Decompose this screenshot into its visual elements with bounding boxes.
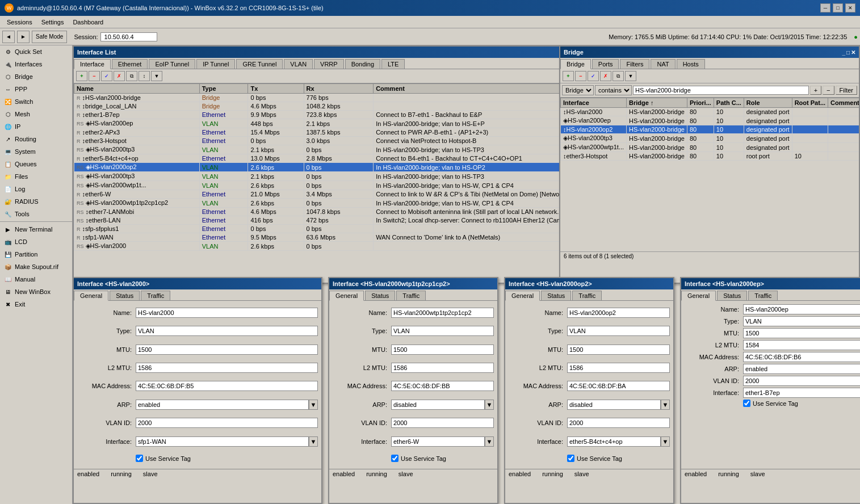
add-bridge-button[interactable]: + bbox=[563, 71, 574, 81]
mtu-input-4[interactable] bbox=[743, 328, 860, 338]
bridge-col-bridge[interactable]: Bridge ↑ bbox=[627, 98, 687, 108]
bridge-col-role[interactable]: Role bbox=[744, 98, 792, 108]
sidebar-item-newterminal[interactable]: ▶ New Terminal bbox=[0, 223, 72, 236]
iface-detail-4-tab-status[interactable]: Status bbox=[717, 291, 747, 300]
mac-input-4[interactable] bbox=[743, 352, 860, 362]
bridge-col-rootpath[interactable]: Root Pat... bbox=[792, 98, 828, 108]
table-row[interactable]: RS ◈HS-vlan2000ep VLAN 448 bps 2.1 kbps … bbox=[74, 119, 582, 128]
dashboard-menu[interactable]: Dashboard bbox=[68, 18, 108, 27]
add-interface-button[interactable]: + bbox=[76, 71, 87, 81]
table-row[interactable]: RS ◈HS-vlan2000 VLAN 2.6 kbps 0 bps bbox=[74, 242, 582, 251]
name-input-3[interactable] bbox=[567, 308, 670, 318]
table-row[interactable]: R ↕ether1-B7ep Ethernet 9.9 Mbps 723.8 k… bbox=[74, 111, 582, 119]
window-controls[interactable]: ─ □ ✕ bbox=[820, 3, 855, 12]
sidebar-item-manual[interactable]: 📖 Manual bbox=[0, 273, 72, 285]
bridge-filter-remove[interactable]: − bbox=[823, 86, 834, 95]
sidebar-item-interfaces[interactable]: 🔌 Interfaces bbox=[0, 58, 72, 70]
service-tag-checkbox-2[interactable] bbox=[391, 455, 398, 462]
sort-interface-button[interactable]: ↕ bbox=[139, 71, 150, 81]
settings-menu[interactable]: Settings bbox=[37, 18, 69, 27]
iface-input-4[interactable] bbox=[743, 388, 860, 398]
table-row[interactable]: RS ◈HS-vlan2000op2 VLAN 2.6 kbps 0 bps I… bbox=[74, 163, 582, 172]
iface-detail-3-tab-general[interactable]: General bbox=[505, 291, 540, 301]
mac-input-1[interactable] bbox=[136, 381, 318, 391]
arp-dropdown-2[interactable]: ▼ bbox=[485, 400, 494, 410]
tab-vrrp[interactable]: VRRP bbox=[314, 59, 344, 69]
table-row[interactable]: R ↕HS-vlan2000-bridge Bridge 0 bps 776 b… bbox=[74, 94, 582, 102]
col-tx[interactable]: Tx bbox=[248, 84, 304, 94]
edit-interface-button[interactable]: ✓ bbox=[101, 71, 112, 81]
service-tag-checkbox-1[interactable] bbox=[136, 455, 143, 462]
table-row[interactable]: ◈HS-vlan2000ep HS-vlan2000-bridge 80 10 … bbox=[561, 116, 859, 125]
table-row[interactable]: R ↕sfp1-WAN Ethernet 9.5 Mbps 63.6 Mbps … bbox=[74, 233, 582, 242]
name-input-2[interactable] bbox=[391, 308, 494, 318]
vlanid-input-1[interactable] bbox=[136, 418, 318, 428]
type-input-2[interactable] bbox=[391, 326, 494, 336]
copy-bridge-button[interactable]: ⧉ bbox=[613, 71, 624, 81]
sidebar-item-supout[interactable]: 📦 Make Supout.rif bbox=[0, 261, 72, 273]
tab-gretunnel[interactable]: GRE Tunnel bbox=[236, 59, 283, 69]
arp-input-4[interactable] bbox=[743, 364, 860, 374]
vlanid-input-3[interactable] bbox=[567, 418, 670, 428]
sidebar-item-newwinbox[interactable]: 🖥 New WinBox bbox=[0, 285, 72, 298]
bridge-col-priority[interactable]: Priori... bbox=[687, 98, 714, 108]
mtu-input-1[interactable] bbox=[136, 345, 318, 355]
tab-eoip[interactable]: EoIP Tunnel bbox=[149, 59, 195, 69]
col-name[interactable]: Name bbox=[74, 84, 200, 94]
tab-lte[interactable]: LTE bbox=[381, 59, 405, 69]
table-row[interactable]: R ↕ether6-W Ethernet 21.0 Mbps 3.4 Mbps … bbox=[74, 190, 582, 199]
sidebar-item-partition[interactable]: 💾 Partition bbox=[0, 248, 72, 261]
sidebar-item-radius[interactable]: 🔐 RADIUS bbox=[0, 195, 72, 208]
bridge-tab-hosts[interactable]: Hosts bbox=[677, 59, 705, 69]
iface-detail-4-tab-traffic[interactable]: Traffic bbox=[748, 291, 778, 300]
table-row[interactable]: ◈HS-vlan2000wtp1t... HS-vlan2000-bridge … bbox=[561, 143, 859, 152]
l2mtu-input-1[interactable] bbox=[136, 363, 318, 373]
arp-dropdown-1[interactable]: ▼ bbox=[309, 400, 318, 410]
arp-input-3[interactable] bbox=[567, 400, 661, 410]
filter-interface-button[interactable]: ▼ bbox=[151, 71, 162, 81]
filter-bridge-button[interactable]: ▼ bbox=[625, 71, 636, 81]
iface-input-1[interactable] bbox=[136, 436, 309, 447]
bridge-maximize[interactable]: □ bbox=[846, 49, 850, 56]
iface-input-2[interactable] bbox=[391, 436, 485, 447]
mac-input-2[interactable] bbox=[391, 381, 494, 391]
iface-detail-3-tab-status[interactable]: Status bbox=[541, 291, 571, 300]
arp-input-2[interactable] bbox=[391, 400, 485, 410]
table-row[interactable]: RS ◈HS-vlan2000wtp1tp2cp1cp2 VLAN 2.6 kb… bbox=[74, 199, 582, 208]
tab-vlan[interactable]: VLAN bbox=[284, 59, 313, 69]
cancel-bridge-button[interactable]: ✗ bbox=[600, 71, 611, 81]
iface-dropdown-2[interactable]: ▼ bbox=[485, 436, 494, 447]
sessions-menu[interactable]: Sessions bbox=[2, 18, 37, 27]
cancel-interface-button[interactable]: ✗ bbox=[114, 71, 125, 81]
arp-dropdown-3[interactable]: ▼ bbox=[661, 400, 670, 410]
service-tag-checkbox-4[interactable] bbox=[743, 400, 750, 407]
tab-iptunnel[interactable]: IP Tunnel bbox=[196, 59, 235, 69]
sidebar-item-routing[interactable]: ↗ Routing bbox=[0, 133, 72, 145]
iface-detail-2-tab-status[interactable]: Status bbox=[365, 291, 395, 300]
tab-ethernet[interactable]: Ethernet bbox=[112, 59, 148, 69]
col-type[interactable]: Type bbox=[199, 84, 248, 94]
table-row[interactable]: ↕HS-vlan2000op2 HS-vlan2000-bridge 80 10… bbox=[561, 125, 859, 134]
table-row[interactable]: R ↕ether2-APx3 Ethernet 15.4 Mbps 1387.5… bbox=[74, 128, 582, 137]
iface-dropdown-1[interactable]: ▼ bbox=[309, 436, 318, 447]
bridge-close[interactable]: ✕ bbox=[851, 49, 855, 56]
type-input-3[interactable] bbox=[567, 326, 670, 336]
iface-detail-1-tab-general[interactable]: General bbox=[74, 291, 108, 301]
service-tag-checkbox-3[interactable] bbox=[567, 455, 574, 462]
bridge-filter-operator[interactable]: contains bbox=[595, 85, 632, 95]
table-row[interactable]: ↕HS-vlan2000 HS-vlan2000-bridge 80 10 de… bbox=[561, 108, 859, 116]
iface-dropdown-3[interactable]: ▼ bbox=[661, 436, 670, 447]
table-row[interactable]: RS ◈HS-vlan2000wtp1t... VLAN 2.6 kbps 0 … bbox=[74, 181, 582, 190]
iface-detail-1-tab-status[interactable]: Status bbox=[110, 291, 140, 300]
vlanid-input-2[interactable] bbox=[391, 418, 494, 428]
bridge-minimize[interactable]: _ bbox=[842, 49, 845, 56]
mtu-input-2[interactable] bbox=[391, 345, 494, 355]
bridge-tab-nat[interactable]: NAT bbox=[651, 59, 675, 69]
sidebar-item-log[interactable]: 📄 Log bbox=[0, 183, 72, 195]
iface-detail-2-tab-traffic[interactable]: Traffic bbox=[396, 291, 426, 300]
sidebar-item-bridge[interactable]: ⬡ Bridge bbox=[0, 70, 72, 83]
iface-input-3[interactable] bbox=[567, 436, 661, 447]
iface-detail-2-tab-general[interactable]: General bbox=[329, 291, 364, 301]
iface-detail-3-tab-traffic[interactable]: Traffic bbox=[572, 291, 602, 300]
forward-button[interactable]: ► bbox=[17, 31, 30, 43]
